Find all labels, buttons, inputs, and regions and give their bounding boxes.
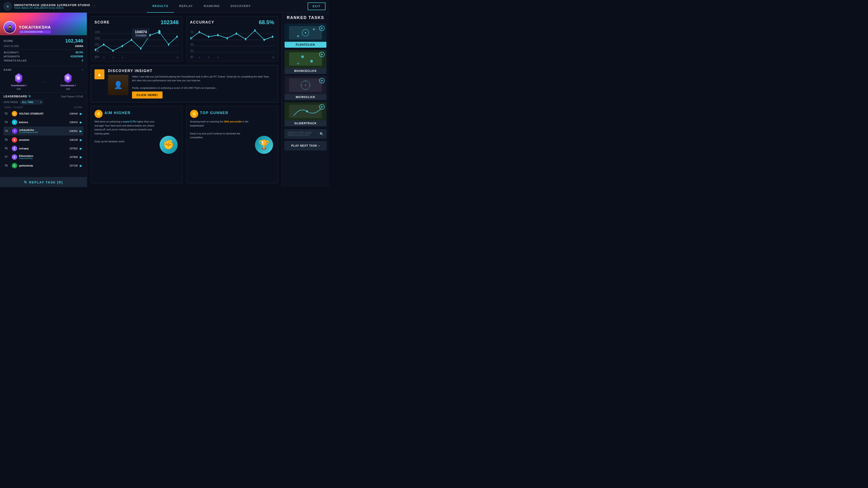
- col-score: SCORE: [66, 106, 82, 109]
- lb-score: 108434: [63, 121, 78, 124]
- avatar-inner: 🥷: [4, 22, 16, 33]
- lb-action[interactable]: ▶: [78, 138, 82, 142]
- refresh-icon[interactable]: ↻: [29, 95, 31, 98]
- exit-button[interactable]: EXIT: [308, 2, 326, 10]
- tab-replay[interactable]: REPLAY: [174, 0, 198, 13]
- svg-text:6: 6: [113, 56, 114, 59]
- play-icon[interactable]: ▶: [80, 121, 82, 124]
- svg-point-53: [297, 35, 299, 37]
- lb-avatar: A: [12, 137, 17, 142]
- lb-action[interactable]: ▶: [78, 155, 82, 159]
- col-player: PLAYER: [13, 106, 66, 109]
- lb-avatar: K: [12, 120, 17, 125]
- discovery-content: 👤 Hello! I see that you just finished pl…: [108, 75, 274, 98]
- svg-text:8: 8: [217, 56, 218, 59]
- aim-icon-microclick: [319, 78, 324, 84]
- favorite-icon[interactable]: ♡: [92, 4, 96, 8]
- table-row: 75 A amedoto 108138 ▶: [4, 136, 83, 144]
- task-name-glidertrack: GLIDERTRACK: [285, 121, 327, 126]
- search-placeholder: SEARCH OVER 10,000 TASKS & PLAYLISTS: [287, 131, 318, 136]
- rank-left: Grandmaster I 990: [11, 73, 26, 90]
- leaderboard-header: LEADERBOARD ↻ Total Players: 67145: [4, 95, 83, 98]
- tab-discovery[interactable]: DISCOVERY: [225, 0, 256, 13]
- svg-text:3: 3: [103, 56, 104, 59]
- svg-point-56: [301, 55, 304, 58]
- discovery-icon: ▲: [94, 69, 104, 79]
- lb-action[interactable]: ▶: [78, 112, 82, 116]
- lb-action[interactable]: ▶: [78, 164, 82, 167]
- score-value: 102,346: [65, 38, 83, 44]
- play-icon[interactable]: ▶: [80, 112, 82, 116]
- task-thumbnail-bounceclick: [285, 50, 327, 68]
- search-bar[interactable]: SEARCH OVER 10,000 TASKS & PLAYLISTS 🔍: [285, 129, 327, 138]
- top-gunner-badge: ⭐: [190, 110, 198, 118]
- rank-gem-left: [13, 73, 24, 84]
- trophy-illustration: 🏆: [255, 136, 273, 154]
- svg-point-57: [310, 60, 313, 63]
- play-icon[interactable]: ▶: [80, 129, 82, 133]
- date-range-select[interactable]: ALL TIME THIS WEEK THIS MONTH: [20, 100, 43, 104]
- svg-text:94000: 94000: [95, 49, 99, 52]
- discovery-avatar: 👤: [108, 75, 128, 95]
- lb-avatar: E: [12, 146, 17, 151]
- tab-results[interactable]: RESULTS: [147, 0, 174, 13]
- svg-point-37: [272, 35, 273, 38]
- lb-rank-num: 76: [4, 147, 12, 150]
- leaderboard-title: LEADERBOARD ↻: [4, 95, 31, 98]
- svg-point-32: [226, 37, 228, 39]
- svg-point-6: [112, 50, 114, 52]
- replay-task-button[interactable]: ↻ REPLAY TASK [R]: [0, 177, 87, 187]
- lb-score: 107130: [63, 164, 78, 167]
- date-range-wrapper[interactable]: ALL TIME THIS WEEK THIS MONTH: [20, 100, 43, 104]
- play-next-task-button[interactable]: PLAY NEXT TASK ›: [285, 141, 327, 150]
- targets-row: TARGETS KILLED 3: [4, 59, 83, 62]
- svg-text:1: 1: [191, 56, 191, 59]
- rank-arrow: →: [41, 79, 45, 84]
- accuracy-chart-title: ACCURACY: [190, 20, 215, 24]
- lb-action[interactable]: ▶: [78, 129, 82, 133]
- task-card-floatclick[interactable]: FLOATCLICK: [285, 24, 327, 48]
- lb-score: 107808: [63, 156, 78, 158]
- svg-point-13: [176, 35, 178, 38]
- aim-higher-content: ⭐ AIM HIGHER Well done on achieving a sc…: [94, 110, 156, 180]
- lb-action[interactable]: ▶: [78, 147, 82, 150]
- lb-rank-num: 77: [4, 156, 12, 159]
- svg-rect-68: [289, 105, 322, 118]
- tab-ranking[interactable]: RANKING: [198, 0, 225, 13]
- profile-rank-badge: S1 GRANDMASTER: [19, 30, 51, 33]
- total-players: Total Players: 67145: [61, 95, 83, 98]
- svg-text:101000: 101000: [95, 37, 100, 40]
- score-chart-svg: 104500 101000 97500 94000 90500 1 3 6 8 …: [94, 27, 179, 59]
- task-card-glidertrack[interactable]: GLIDERTRACK: [285, 102, 327, 126]
- play-icon[interactable]: ▶: [80, 147, 82, 150]
- info-icon[interactable]: ℹ: [82, 68, 83, 71]
- profile-name-group: YOKAIYAKSHA S1 GRANDMASTER: [19, 25, 51, 33]
- discovery-triangle-icon: ▲: [97, 72, 102, 77]
- score-chart-value: 102346: [160, 19, 179, 26]
- lb-avatar: Y: [12, 128, 18, 134]
- leaderboard-col-headers: RANK PLAYER SCORE: [4, 106, 83, 109]
- lb-avatar: E: [12, 154, 17, 160]
- accuracy-chart-area: 70% 70% 65% 65% 65% 1 3 6 8 10: [190, 27, 274, 59]
- lb-action[interactable]: ▶: [78, 121, 82, 124]
- click-here-button[interactable]: CLICK HERE!: [132, 92, 162, 98]
- charts-row: SCORE 102346: [91, 16, 278, 61]
- play-icon[interactable]: ▶: [80, 164, 82, 167]
- search-icon[interactable]: 🔍: [320, 132, 323, 136]
- accuracy-chart-header: ACCURACY 68.5%: [190, 19, 274, 26]
- svg-point-52: [313, 29, 315, 30]
- lb-score: 107922: [63, 147, 78, 150]
- header-left: ⊕ SMOOTHTRACK (SEASON 1)/CREATOR STUDIO …: [4, 2, 96, 10]
- top-gunner-desc: Amazing work on reaching the 90th percen…: [190, 120, 251, 140]
- task-name-bounceclick: BOUNCECLICK: [285, 68, 327, 74]
- task-card-bounceclick[interactable]: BOUNCECLICK: [285, 50, 327, 74]
- play-icon[interactable]: ▶: [80, 138, 82, 142]
- lb-score: 108354: [63, 130, 78, 132]
- svg-text:65%: 65%: [190, 49, 193, 52]
- lb-rank-num: 72: [4, 112, 12, 115]
- aim-higher-illustration: ✊: [158, 110, 179, 180]
- score-chart-header: SCORE 102346: [94, 19, 179, 26]
- task-card-microclick[interactable]: MICROCLICK: [285, 76, 327, 100]
- bottom-cards: ⭐ AIM HIGHER Well done on achieving a sc…: [91, 106, 278, 184]
- play-icon[interactable]: ▶: [80, 155, 82, 159]
